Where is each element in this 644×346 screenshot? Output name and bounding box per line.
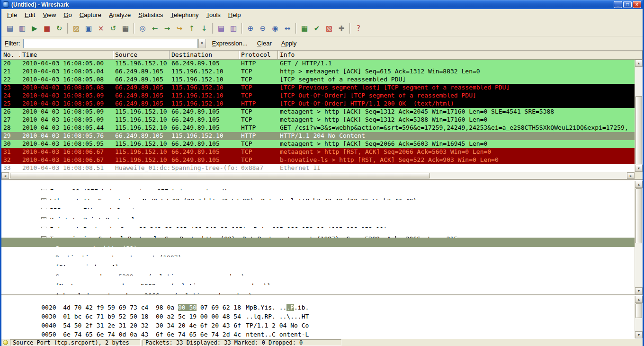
scroll-left-icon[interactable]: ◄ <box>1 172 9 179</box>
packet-row[interactable]: 30 2010-04-03 16:08:05.95 115.196.152.10… <box>1 140 635 148</box>
packet-row[interactable]: 24 2010-04-03 16:08:05.09 66.249.89.105 … <box>1 92 635 100</box>
open-file-icon[interactable]: ▨ <box>71 23 82 34</box>
detail-line[interactable]: Acknowledgement number: 2066 (relative a… <box>1 285 635 294</box>
expander-icon[interactable]: + <box>41 217 46 219</box>
detail-line[interactable]: Source port: http (80) <box>1 238 635 247</box>
detail-line[interactable]: +Internet Protocol, Src: 66.249.89.105 (… <box>1 219 635 228</box>
save-file-icon[interactable]: ▣ <box>83 23 94 34</box>
scroll-thumb[interactable] <box>635 303 642 318</box>
packet-row[interactable]: 21 2010-04-03 16:08:05.04 66.249.89.105 … <box>1 68 635 76</box>
coloring-rules-icon[interactable]: ▧ <box>323 23 335 34</box>
colorize-icon[interactable]: ▤ <box>215 23 227 34</box>
packet-row[interactable]: 26 2010-04-03 16:08:05.09 115.196.152.10… <box>1 108 635 116</box>
scroll-down-icon[interactable]: ▼ <box>635 165 643 172</box>
close-file-icon[interactable]: × <box>95 23 107 34</box>
filter-dropdown-icon[interactable]: ▼ <box>198 39 206 48</box>
scroll-thumb[interactable] <box>635 188 642 243</box>
column-header-time[interactable]: Time <box>20 51 113 60</box>
list-interfaces-icon[interactable]: ▤ <box>4 23 16 34</box>
scroll-thumb[interactable] <box>10 173 430 178</box>
menu-item[interactable]: Telephony <box>167 10 202 20</box>
go-forward-icon[interactable]: → <box>161 23 173 34</box>
menu-item[interactable]: File <box>3 10 21 20</box>
packet-row[interactable]: 32 2010-04-03 16:08:06.67 115.196.152.10… <box>1 156 635 164</box>
menu-item[interactable]: Help <box>224 10 245 20</box>
packet-row[interactable]: 22 2010-04-03 16:08:05.08 66.249.89.105 … <box>1 76 635 84</box>
menu-item[interactable]: Statistics <box>134 10 167 20</box>
menu-item[interactable]: Capture <box>76 10 105 20</box>
close-button[interactable]: × <box>633 1 641 8</box>
capture-stop-icon[interactable]: ■ <box>41 23 53 34</box>
packet-row[interactable]: 23 2010-04-03 16:08:05.08 66.249.89.105 … <box>1 84 635 92</box>
packet-list-vscrollbar[interactable]: ▲ ▼ <box>635 60 643 172</box>
expander-icon[interactable]: + <box>41 189 46 190</box>
menu-item[interactable]: View <box>39 10 60 20</box>
scroll-track[interactable] <box>635 67 643 165</box>
hex-row[interactable]: 00204d 70 42 f9 59 69 73 c4 98 0a 00 50 … <box>1 297 635 306</box>
help-icon[interactable]: ? <box>353 23 364 34</box>
scroll-track[interactable] <box>9 172 627 179</box>
capture-options-icon[interactable]: ▥ <box>17 23 28 34</box>
resize-columns-icon[interactable]: ↔ <box>282 23 293 34</box>
zoom-normal-icon[interactable]: ◉ <box>269 23 281 34</box>
expander-icon[interactable]: + <box>41 198 46 200</box>
expander-icon[interactable]: + <box>41 208 46 209</box>
detail-line[interactable]: [Stream index: 4] <box>1 257 635 266</box>
menu-item[interactable]: Tools <box>203 10 224 20</box>
packet-row[interactable]: 27 2010-04-03 16:08:05.09 115.196.152.10… <box>1 116 635 124</box>
scroll-down-icon[interactable]: ▼ <box>635 287 643 294</box>
scroll-thumb[interactable] <box>635 96 642 164</box>
filter-input[interactable] <box>23 39 197 48</box>
scroll-right-icon[interactable]: ► <box>627 172 635 179</box>
scroll-track[interactable] <box>635 303 643 331</box>
packet-row[interactable]: 31 2010-04-03 16:08:06.67 115.196.152.10… <box>1 148 635 156</box>
detail-line[interactable]: +Frame 29 (277 bytes on wire, 277 bytes … <box>1 181 635 190</box>
column-header-destination[interactable]: Destination <box>170 51 239 60</box>
display-filters-icon[interactable]: ✔ <box>311 23 322 34</box>
maximize-button[interactable]: □ <box>623 1 632 8</box>
go-to-bottom-icon[interactable]: ↓ <box>198 23 210 34</box>
detail-line[interactable]: -Transmission Control Protocol, Src Port… <box>1 228 635 238</box>
scroll-up-icon[interactable]: ▲ <box>635 60 643 67</box>
preferences-icon[interactable]: ✚ <box>336 23 347 34</box>
reload-icon[interactable]: ↺ <box>107 23 119 34</box>
packet-row[interactable]: 33 2010-04-03 16:08:08.51 HuaweiTe_01:dc… <box>1 164 635 172</box>
minimize-button[interactable]: _ <box>614 1 622 8</box>
auto-scroll-icon[interactable]: ▥ <box>228 23 239 34</box>
capture-filters-icon[interactable]: ▦ <box>299 23 310 34</box>
expert-info-icon[interactable] <box>3 340 8 345</box>
column-header-no[interactable]: No. . <box>1 51 20 60</box>
scroll-up-icon[interactable]: ▲ <box>635 181 643 188</box>
zoom-in-icon[interactable]: ⊕ <box>245 23 256 34</box>
scroll-track[interactable] <box>635 188 643 287</box>
hex-vscrollbar[interactable]: ▲ ▼ <box>635 296 643 338</box>
capture-start-icon[interactable]: ▶ <box>29 23 40 34</box>
detail-line[interactable]: Sequence number: 5388 (relative sequence… <box>1 266 635 275</box>
packet-row[interactable]: 28 2010-04-03 16:08:05.44 115.196.152.10… <box>1 124 635 132</box>
expression-button[interactable]: Expression... <box>209 38 251 48</box>
column-header-source[interactable]: Source <box>113 51 170 60</box>
scroll-down-icon[interactable]: ▼ <box>635 331 643 338</box>
detail-line[interactable]: +Ethernet II, Src: JuniperN_70:57:09 (00… <box>1 190 635 200</box>
detail-line[interactable]: +Point-to-Point Protocol <box>1 209 635 219</box>
details-vscrollbar[interactable]: ▲ ▼ <box>635 181 643 294</box>
go-to-top-icon[interactable]: ↑ <box>186 23 197 34</box>
detail-line[interactable]: +PPP-over-Ethernet Session <box>1 200 635 209</box>
detail-line[interactable]: [Next sequence number: 5603 (relative se… <box>1 275 635 285</box>
print-icon[interactable]: ▦ <box>120 23 131 34</box>
find-packet-icon[interactable]: ◎ <box>137 23 148 34</box>
packet-list-hscrollbar[interactable]: ◄ ► <box>1 172 635 179</box>
scroll-up-icon[interactable]: ▲ <box>635 296 643 303</box>
clear-button[interactable]: Clear <box>254 38 275 48</box>
apply-button[interactable]: Apply <box>278 38 300 48</box>
expander-icon[interactable]: + <box>41 227 46 228</box>
expander-icon[interactable]: - <box>41 236 46 238</box>
packet-row[interactable]: 29 2010-04-03 16:08:05.76 66.249.89.105 … <box>1 132 635 140</box>
menu-item[interactable]: Go <box>60 10 75 20</box>
packet-row[interactable]: 20 2010-04-03 16:08:05.00 115.196.152.10… <box>1 60 635 68</box>
menu-item[interactable]: Analyze <box>105 10 134 20</box>
capture-restart-icon[interactable]: ↻ <box>54 23 65 34</box>
detail-line[interactable]: Destination port: metaagent (1897) <box>1 247 635 257</box>
column-header-protocol[interactable]: Protocol <box>239 51 278 60</box>
menu-item[interactable]: Edit <box>21 10 39 20</box>
